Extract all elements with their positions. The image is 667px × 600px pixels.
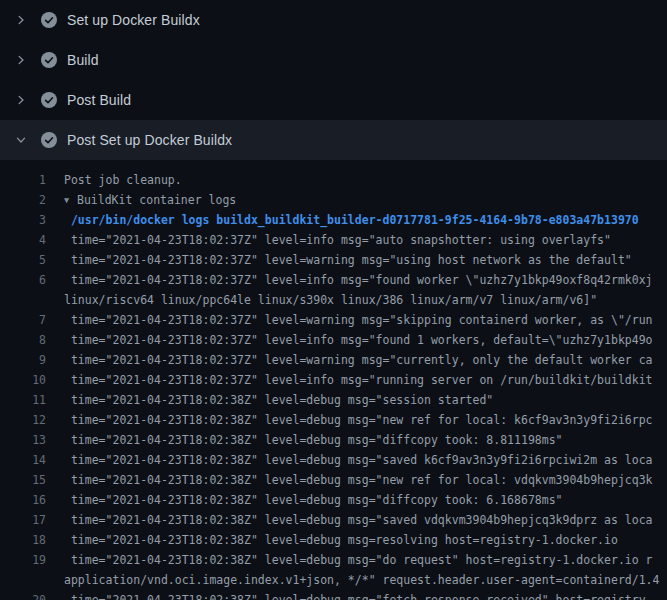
log-line: 8 time="2021-04-23T18:02:37Z" level=info… bbox=[0, 330, 667, 350]
log-line-text: time="2021-04-23T18:02:38Z" level=debug … bbox=[64, 430, 667, 450]
log-line-number[interactable]: 6 bbox=[0, 270, 46, 290]
log-line: 2▼BuildKit container logs bbox=[0, 190, 667, 210]
log-line: 12 time="2021-04-23T18:02:38Z" level=deb… bbox=[0, 410, 667, 430]
log-line: 6 time="2021-04-23T18:02:37Z" level=info… bbox=[0, 270, 667, 290]
log-line: 7 time="2021-04-23T18:02:37Z" level=warn… bbox=[0, 310, 667, 330]
log-line-number[interactable]: 10 bbox=[0, 370, 46, 390]
chevron-right-icon bbox=[15, 14, 27, 26]
log-line-text: time="2021-04-23T18:02:37Z" level=info m… bbox=[64, 230, 667, 250]
log-line-number[interactable]: 12 bbox=[0, 410, 46, 430]
log-line: 20 time="2021-04-23T18:02:38Z" level=deb… bbox=[0, 590, 667, 600]
log-line-number[interactable]: 8 bbox=[0, 330, 46, 350]
workflow-log-panel: Set up Docker BuildxBuildPost BuildPost … bbox=[0, 0, 667, 600]
log-line-text: time="2021-04-23T18:02:37Z" level=info m… bbox=[64, 270, 667, 290]
log-line-text: time="2021-04-23T18:02:37Z" level=info m… bbox=[64, 330, 667, 350]
step-title: Build bbox=[67, 52, 99, 68]
log-line: 5 time="2021-04-23T18:02:37Z" level=warn… bbox=[0, 250, 667, 270]
log-line-text: time="2021-04-23T18:02:38Z" level=debug … bbox=[64, 590, 667, 600]
log-line-text: time="2021-04-23T18:02:38Z" level=debug … bbox=[64, 390, 667, 410]
log-line-number[interactable]: 1 bbox=[0, 170, 46, 190]
log-line-number[interactable]: 7 bbox=[0, 310, 46, 330]
log-line-text: time="2021-04-23T18:02:38Z" level=debug … bbox=[64, 490, 667, 510]
log-line: 15 time="2021-04-23T18:02:38Z" level=deb… bbox=[0, 470, 667, 490]
log-line-number[interactable]: 19 bbox=[0, 550, 46, 570]
log-line-text: time="2021-04-23T18:02:38Z" level=debug … bbox=[64, 510, 667, 530]
log-line-text: time="2021-04-23T18:02:37Z" level=warnin… bbox=[64, 350, 667, 370]
log-line-text: linux/riscv64 linux/ppc64le linux/s390x … bbox=[64, 290, 667, 310]
log-line-number[interactable]: 2 bbox=[0, 190, 46, 210]
log-line: 4 time="2021-04-23T18:02:37Z" level=info… bbox=[0, 230, 667, 250]
log-line-text: time="2021-04-23T18:02:38Z" level=debug … bbox=[64, 470, 667, 490]
check-circle-icon bbox=[41, 132, 57, 148]
log-line-text: time="2021-04-23T18:02:38Z" level=debug … bbox=[64, 550, 667, 570]
step-header-build[interactable]: Build bbox=[0, 40, 667, 80]
log-line-number[interactable]: 9 bbox=[0, 350, 46, 370]
log-line-number[interactable]: 16 bbox=[0, 490, 46, 510]
log-line: 19 time="2021-04-23T18:02:38Z" level=deb… bbox=[0, 550, 667, 570]
log-line-text: time="2021-04-23T18:02:37Z" level=info m… bbox=[64, 370, 667, 390]
log-line-number[interactable]: 18 bbox=[0, 530, 46, 550]
log-line: 1Post job cleanup. bbox=[0, 170, 667, 190]
log-line-number[interactable]: 11 bbox=[0, 390, 46, 410]
triangle-down-icon: ▼ bbox=[64, 190, 77, 210]
check-circle-icon bbox=[41, 12, 57, 28]
log-line: 11 time="2021-04-23T18:02:38Z" level=deb… bbox=[0, 390, 667, 410]
step-title: Set up Docker Buildx bbox=[67, 12, 200, 28]
log-line: 10 time="2021-04-23T18:02:37Z" level=inf… bbox=[0, 370, 667, 390]
log-line-text: application/vnd.oci.image.index.v1+json,… bbox=[64, 570, 667, 590]
log-line-number[interactable]: 17 bbox=[0, 510, 46, 530]
log-line-number[interactable]: 5 bbox=[0, 250, 46, 270]
log-group-toggle[interactable]: ▼BuildKit container logs bbox=[64, 190, 667, 210]
log-line-text: time="2021-04-23T18:02:38Z" level=debug … bbox=[64, 450, 667, 470]
log-line: 14 time="2021-04-23T18:02:38Z" level=deb… bbox=[0, 450, 667, 470]
check-circle-icon bbox=[41, 92, 57, 108]
log-group-label: BuildKit container logs bbox=[77, 193, 236, 207]
steps-list: Set up Docker BuildxBuildPost BuildPost … bbox=[0, 0, 667, 160]
log-line: 17 time="2021-04-23T18:02:38Z" level=deb… bbox=[0, 510, 667, 530]
log-line-text: Post job cleanup. bbox=[64, 170, 667, 190]
step-header-set-up-docker-buildx[interactable]: Set up Docker Buildx bbox=[0, 0, 667, 40]
log-line: 16 time="2021-04-23T18:02:38Z" level=deb… bbox=[0, 490, 667, 510]
log-line-number[interactable]: 13 bbox=[0, 430, 46, 450]
chevron-down-icon bbox=[15, 134, 27, 146]
log-line-wrap: linux/riscv64 linux/ppc64le linux/s390x … bbox=[0, 290, 667, 310]
log-line: 18 time="2021-04-23T18:02:38Z" level=deb… bbox=[0, 530, 667, 550]
step-header-post-build[interactable]: Post Build bbox=[0, 80, 667, 120]
log-line-text: time="2021-04-23T18:02:37Z" level=warnin… bbox=[64, 250, 667, 270]
step-title: Post Set up Docker Buildx bbox=[67, 132, 232, 148]
log-line: 3 /usr/bin/docker logs buildx_buildkit_b… bbox=[0, 210, 667, 230]
log-line-text: time="2021-04-23T18:02:38Z" level=debug … bbox=[64, 530, 667, 550]
log-lines: 1Post job cleanup.2▼BuildKit container l… bbox=[0, 160, 667, 600]
log-line-number[interactable]: 14 bbox=[0, 450, 46, 470]
chevron-right-icon bbox=[15, 54, 27, 66]
log-line: 13 time="2021-04-23T18:02:38Z" level=deb… bbox=[0, 430, 667, 450]
log-command-text: /usr/bin/docker logs buildx_buildkit_bui… bbox=[64, 210, 667, 230]
log-line: 9 time="2021-04-23T18:02:37Z" level=warn… bbox=[0, 350, 667, 370]
check-circle-icon bbox=[41, 52, 57, 68]
chevron-right-icon bbox=[15, 94, 27, 106]
log-line-wrap: application/vnd.oci.image.index.v1+json,… bbox=[0, 570, 667, 590]
log-line-number[interactable]: 15 bbox=[0, 470, 46, 490]
step-header-post-set-up-docker-buildx[interactable]: Post Set up Docker Buildx bbox=[0, 120, 667, 160]
log-line-number[interactable]: 20 bbox=[0, 590, 46, 600]
log-line-text: time="2021-04-23T18:02:38Z" level=debug … bbox=[64, 410, 667, 430]
log-line-number[interactable]: 4 bbox=[0, 230, 46, 250]
log-line-text: time="2021-04-23T18:02:37Z" level=warnin… bbox=[64, 310, 667, 330]
log-line-number[interactable]: 3 bbox=[0, 210, 46, 230]
step-title: Post Build bbox=[67, 92, 131, 108]
